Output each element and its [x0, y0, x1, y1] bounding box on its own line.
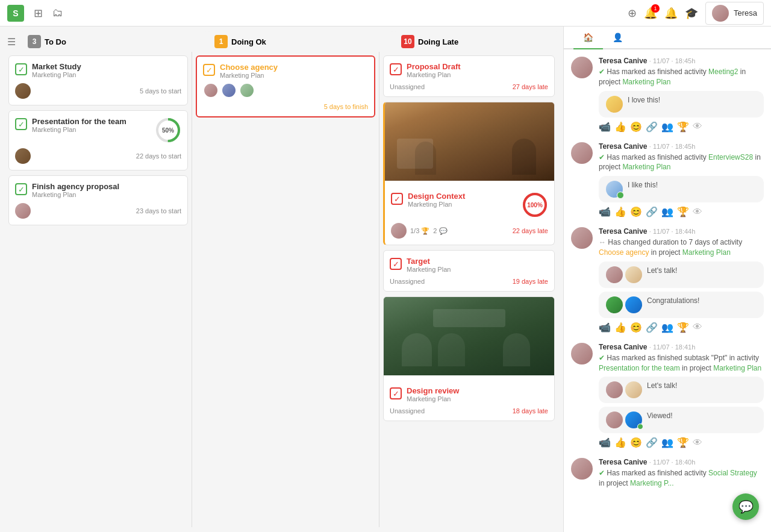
reaction-video[interactable]: 📹	[599, 121, 611, 133]
card-design-context-body: ✓ Design Context Marketing Plan	[385, 186, 554, 245]
comment-1: I love this!	[599, 91, 764, 117]
assignee-proposal-draft: Unassigned	[390, 83, 425, 90]
reaction-thumbsup-2[interactable]: 👍	[614, 206, 626, 217]
activity-link-1a[interactable]: Meeting2	[708, 67, 738, 76]
reaction-thumbsup-4[interactable]: 👍	[614, 437, 626, 448]
tab-home[interactable]: 🏠	[573, 27, 603, 49]
activity-item-4: Teresa Canive · 11/07 · 18:41h ✔ Has mar…	[571, 343, 764, 449]
reaction-share[interactable]: 🔗	[646, 121, 658, 133]
reaction-group-3[interactable]: 👥	[661, 322, 673, 333]
main-content: ☰ 3 To Do 1 Doing Ok 10 Doing Late	[0, 27, 771, 532]
activity-link-5b[interactable]: Marketing P...	[630, 479, 673, 487]
card-finish-agency[interactable]: ✓ Finish agency proposal Marketing Plan	[8, 175, 188, 225]
activity-link-4a[interactable]: Presentation for the team	[599, 364, 680, 372]
card-choose-agency[interactable]: ✓ Choose agency Marketing Plan	[196, 55, 375, 117]
activity-name-3: Teresa Canive	[599, 227, 648, 236]
checkbox-proposal-draft[interactable]: ✓	[390, 63, 402, 75]
card-title-choose-agency: Choose agency	[220, 63, 278, 72]
comment-3a: Let's talk!	[599, 261, 764, 288]
reaction-group-4[interactable]: 👥	[661, 437, 673, 448]
activity-link-3a[interactable]: Choose agency	[599, 248, 649, 257]
checkbox-choose-agency[interactable]: ✓	[203, 64, 215, 76]
activity-link-5a[interactable]: Social Strategy	[708, 469, 757, 477]
card-title-finish-agency: Finish agency proposal	[32, 182, 119, 191]
reaction-trophy-3[interactable]: 🏆	[677, 322, 689, 333]
activity-panel: 🏠 👤 Teresa Canive · 11/07 · 18:45h ✔ Has…	[563, 27, 771, 532]
activity-link-4b[interactable]: Marketing Plan	[713, 364, 761, 372]
reaction-smile[interactable]: 😊	[630, 121, 642, 133]
reaction-group[interactable]: 👥	[661, 121, 673, 133]
reaction-trophy-2[interactable]: 🏆	[677, 206, 689, 217]
reaction-thumbsup-3[interactable]: 👍	[614, 322, 626, 333]
assignee-target: Unassigned	[390, 278, 425, 285]
activity-avatar-1	[571, 57, 593, 78]
progress-design-context: 100%	[522, 192, 548, 218]
reaction-eye-3[interactable]: 👁	[693, 322, 702, 333]
reaction-eye[interactable]: 👁	[693, 121, 702, 132]
tab-person[interactable]: 👤	[603, 27, 632, 49]
stats-design-context: 1/3 🏆	[410, 227, 429, 235]
reaction-group-2[interactable]: 👥	[661, 206, 673, 217]
doing-ok-label: Doing Ok	[231, 37, 266, 46]
sidebar-toggle-icon[interactable]: ☰	[7, 36, 16, 48]
reaction-share-2[interactable]: 🔗	[646, 206, 658, 217]
card-project-choose-agency: Marketing Plan	[220, 72, 278, 79]
reaction-smile-3[interactable]: 😊	[630, 322, 642, 333]
reaction-video-4[interactable]: 📹	[599, 437, 611, 448]
checkbox-presentation[interactable]: ✓	[15, 118, 27, 130]
activity-link-1b[interactable]: Marketing Plan	[622, 78, 670, 86]
avatars-choose-agency	[203, 83, 368, 98]
reaction-video-3[interactable]: 📹	[599, 322, 611, 333]
days-choose-agency: 5 days to finish	[324, 103, 368, 110]
reaction-smile-4[interactable]: 😊	[630, 437, 642, 448]
notification-badge: 1	[651, 4, 660, 13]
card-proposal-draft[interactable]: ✓ Proposal Draft Marketing Plan Unassign…	[383, 55, 555, 97]
activity-content-5: Teresa Canive · 11/07 · 18:40h ✔ Has mar…	[599, 458, 764, 489]
reaction-eye-2[interactable]: 👁	[693, 207, 702, 217]
search-icon[interactable]: ⊞	[34, 7, 43, 20]
activity-link-3b[interactable]: Marketing Plan	[682, 248, 731, 257]
activity-name-5: Teresa Canive	[599, 458, 648, 466]
assignee-design-review: Unassigned	[390, 407, 425, 415]
col-header-doing-late: 10 Doing Late	[394, 31, 558, 52]
activity-link-2a[interactable]: EnterviewS28	[708, 153, 753, 161]
activity-link-2b[interactable]: Marketing Plan	[622, 163, 670, 171]
chat-button[interactable]: 💬	[732, 493, 759, 520]
card-design-context[interactable]: ✓ Design Context Marketing Plan	[383, 102, 555, 245]
reaction-trophy[interactable]: 🏆	[677, 121, 689, 133]
reaction-smile-2[interactable]: 😊	[630, 206, 642, 217]
todo-label: To Do	[45, 37, 66, 46]
activity-text-2: ✔ Has marked as finished activity Enterv…	[599, 152, 764, 173]
checkbox-design-review[interactable]: ✓	[390, 387, 402, 399]
reaction-share-3[interactable]: 🔗	[646, 322, 658, 333]
reaction-trophy-4[interactable]: 🏆	[677, 437, 689, 448]
card-target[interactable]: ✓ Target Marketing Plan Unassigned 19 da…	[383, 250, 555, 292]
card-presentation[interactable]: ✓ Presentation for the team Marketing Pl…	[8, 110, 188, 171]
reaction-share-4[interactable]: 🔗	[646, 437, 658, 448]
reaction-eye-4[interactable]: 👁	[693, 437, 702, 448]
column-todo: ✓ Market Study Marketing Plan 5 days to	[5, 52, 192, 527]
activity-time-4: · 11/07 · 18:41h	[649, 343, 695, 351]
checkbox-market-study[interactable]: ✓	[15, 63, 27, 75]
checkbox-finish-agency[interactable]: ✓	[15, 183, 27, 195]
graduation-icon[interactable]: 🎓	[685, 7, 698, 20]
card-market-study[interactable]: ✓ Market Study Marketing Plan 5 days to	[8, 55, 188, 105]
reaction-video-2[interactable]: 📹	[599, 206, 611, 217]
checkbox-design-context[interactable]: ✓	[391, 193, 403, 205]
card-project-presentation: Marketing Plan	[32, 126, 126, 133]
comment-4a: Let's talk!	[599, 377, 764, 403]
notification-icon[interactable]: 🔔 1	[644, 7, 657, 20]
card-design-review[interactable]: ✓ Design review Marketing Plan Unassigne…	[383, 296, 555, 421]
activity-time-1: · 11/07 · 18:45h	[649, 57, 695, 64]
bell-icon[interactable]: 🔔	[664, 7, 678, 20]
briefcase-icon[interactable]: 🗂	[52, 7, 63, 19]
add-task-icon[interactable]: ⊕	[628, 7, 637, 20]
card-project-design-review: Marketing Plan	[407, 395, 459, 402]
logo[interactable]: S	[7, 5, 24, 22]
reaction-thumbsup[interactable]: 👍	[614, 121, 626, 133]
progress-presentation: 50%	[155, 117, 181, 143]
activity-name-4: Teresa Canive	[599, 343, 648, 351]
card-title-market-study: Market Study	[32, 62, 81, 71]
checkbox-target[interactable]: ✓	[390, 258, 402, 270]
user-menu[interactable]: Teresa	[705, 2, 764, 25]
